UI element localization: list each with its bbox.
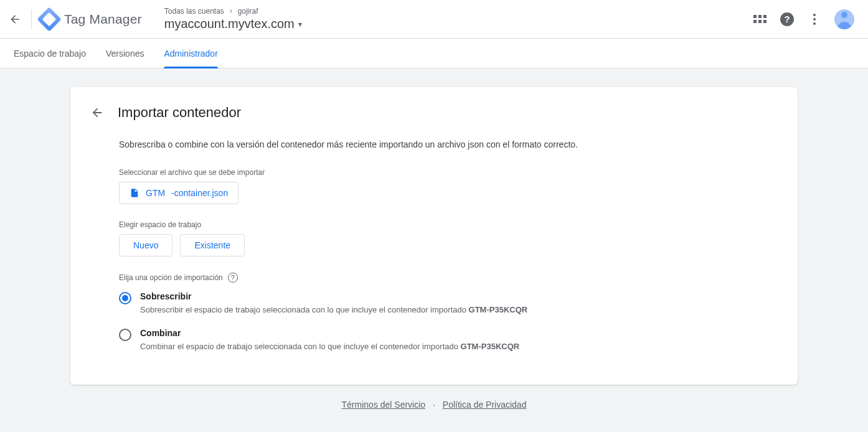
privacy-link[interactable]: Política de Privacidad bbox=[443, 400, 527, 410]
merge-container-id: GTM-P35KCQR bbox=[461, 342, 520, 351]
terms-link[interactable]: Términos del Servicio bbox=[342, 400, 426, 410]
breadcrumb-all-accounts[interactable]: Todas las cuentas bbox=[164, 7, 224, 16]
tab-versions[interactable]: Versiones bbox=[106, 39, 144, 68]
main-tabs: Espacio de trabajo Versiones Administrad… bbox=[0, 39, 868, 68]
radio-button-overwrite[interactable] bbox=[119, 292, 131, 304]
tag-manager-logo-icon bbox=[37, 7, 62, 32]
arrow-left-icon bbox=[9, 13, 21, 26]
radio-selected-dot-icon bbox=[122, 295, 128, 301]
file-field-label: Seleccionar el archivo que se debe impor… bbox=[119, 168, 778, 177]
overwrite-title: Sobrescribir bbox=[140, 291, 527, 301]
new-workspace-button[interactable]: Nuevo bbox=[119, 234, 172, 256]
page-body: Importar contenedor Sobrescriba o combin… bbox=[0, 68, 868, 432]
footer: Términos del Servicio · Política de Priv… bbox=[0, 385, 868, 410]
existing-workspace-button[interactable]: Existente bbox=[180, 234, 245, 256]
product-logo-block[interactable]: Tag Manager bbox=[40, 11, 142, 28]
footer-separator: · bbox=[433, 400, 435, 410]
select-file-button[interactable]: GTM -container.json bbox=[119, 182, 238, 204]
help-outline-icon: ? bbox=[231, 274, 235, 281]
browser-back-button[interactable] bbox=[0, 4, 30, 34]
divider bbox=[31, 9, 32, 29]
merge-description: Combinar el espacio de trabajo seleccion… bbox=[140, 342, 519, 351]
apps-grid-icon bbox=[753, 15, 767, 23]
page-title: Importar contenedor bbox=[118, 105, 241, 121]
import-option-label: Elija una opción de importación bbox=[119, 273, 223, 282]
description-text: Sobrescriba o combine con la versión del… bbox=[119, 139, 778, 149]
card-back-button[interactable] bbox=[90, 106, 104, 120]
breadcrumb-account-name[interactable]: gojiraf bbox=[238, 7, 258, 16]
overwrite-container-id: GTM-P35KCQR bbox=[469, 305, 528, 314]
workspace-field-label: Elegir espacio de trabajo bbox=[119, 220, 778, 229]
radio-button-merge[interactable] bbox=[119, 329, 131, 341]
account-selector[interactable]: Todas las cuentas gojiraf myaccount.myvt… bbox=[164, 7, 302, 31]
help-button[interactable]: ? bbox=[780, 12, 795, 27]
radio-option-overwrite[interactable]: Sobrescribir Sobrescribir el espacio de … bbox=[119, 291, 778, 314]
import-card: Importar contenedor Sobrescriba o combin… bbox=[70, 87, 798, 385]
file-name-prefix: GTM bbox=[146, 188, 165, 198]
help-icon: ? bbox=[780, 12, 794, 26]
radio-option-merge[interactable]: Combinar Combinar el espacio de trabajo … bbox=[119, 328, 778, 351]
tab-admin[interactable]: Administrador bbox=[164, 39, 217, 68]
apps-button[interactable] bbox=[752, 12, 767, 27]
file-name-suffix: -container.json bbox=[171, 188, 228, 198]
more-vert-icon bbox=[813, 14, 816, 25]
import-option-radio-group: Sobrescribir Sobrescribir el espacio de … bbox=[119, 291, 778, 351]
import-option-help-button[interactable]: ? bbox=[228, 273, 238, 283]
overwrite-description: Sobrescribir el espacio de trabajo selec… bbox=[140, 305, 527, 314]
container-name: myaccount.myvtex.com bbox=[164, 17, 295, 31]
tab-workspace[interactable]: Espacio de trabajo bbox=[14, 39, 86, 68]
product-name: Tag Manager bbox=[64, 12, 142, 27]
arrow-left-icon bbox=[90, 106, 104, 120]
file-icon bbox=[130, 187, 139, 199]
more-button[interactable] bbox=[807, 12, 822, 27]
account-avatar[interactable] bbox=[834, 9, 854, 29]
breadcrumb: Todas las cuentas gojiraf bbox=[164, 7, 302, 16]
dropdown-arrow-icon: ▾ bbox=[298, 20, 302, 29]
app-header: Tag Manager Todas las cuentas gojiraf my… bbox=[0, 0, 868, 39]
avatar-icon bbox=[841, 12, 847, 18]
merge-title: Combinar bbox=[140, 328, 519, 338]
chevron-right-icon bbox=[228, 8, 234, 14]
